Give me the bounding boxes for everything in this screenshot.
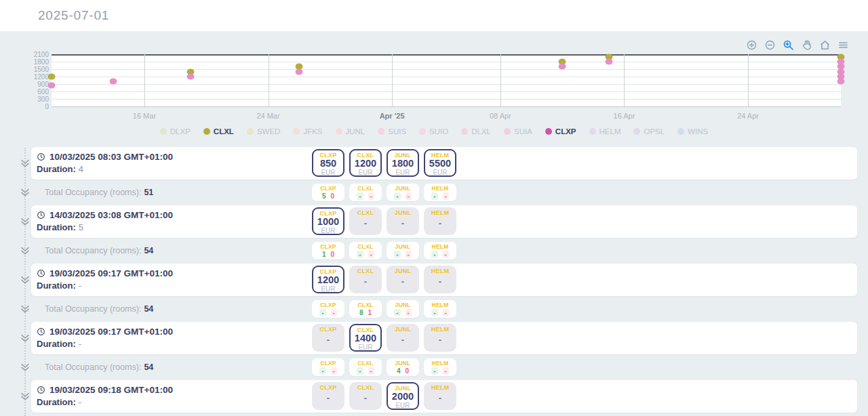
double-chevron-down-icon[interactable] <box>20 391 31 402</box>
occupancy-card-HELM: HELM-- <box>424 300 456 318</box>
occupancy-green-value: - <box>357 192 363 200</box>
clock-icon <box>37 152 45 161</box>
occupancy-row: Total Occupancy (rooms):54CLXP--CLXL--JU… <box>31 358 857 377</box>
legend-item-JFKS[interactable]: JFKS <box>293 127 322 136</box>
price-card-JUNL[interactable]: JUNL2000EUR <box>387 382 419 410</box>
legend-item-SUIS[interactable]: SUIS <box>378 127 406 136</box>
occupancy-green-value: 1 <box>322 251 326 258</box>
price-card-CLXL[interactable]: CLXL- <box>349 266 382 293</box>
room-code-label: CLXL <box>349 384 382 391</box>
legend-item-CLXP[interactable]: CLXP <box>545 127 576 136</box>
modebar-zoom-out-icon[interactable] <box>764 39 776 51</box>
gridline-vertical <box>500 54 501 106</box>
legend-label: SUIO <box>429 127 448 136</box>
occupancy-green-value: - <box>431 192 437 200</box>
room-code-label: CLXL <box>349 360 382 367</box>
price-card-CLXL[interactable]: CLXL1200EUR <box>349 149 382 177</box>
occupancy-card-JUNL: JUNL-- <box>387 242 419 259</box>
duration-label: Duration: <box>37 397 76 407</box>
legend-item-SUIA[interactable]: SUIA <box>504 127 532 136</box>
occupancy-red-value: - <box>406 251 412 258</box>
snapshot-row: 14/03/2025 03:08 GMT+01:00Duration:5CLXP… <box>31 205 857 238</box>
legend-label: DLXP <box>170 127 191 136</box>
price-card-CLXL[interactable]: CLXL1400EUR <box>349 324 382 352</box>
duration-label: Duration: <box>37 222 76 232</box>
room-code-label: JUNL <box>387 326 419 333</box>
price-card-CLXL[interactable]: CLXL- <box>349 207 382 235</box>
occupancy-red-value: - <box>443 309 449 316</box>
occupancy-card-CLXL: CLXL-- <box>349 358 382 376</box>
gridline-vertical <box>269 54 269 106</box>
price-card-HELM[interactable]: HELM5500EUR <box>424 149 456 177</box>
legend-item-CLXL[interactable]: CLXL <box>203 127 234 136</box>
double-chevron-down-icon[interactable] <box>20 216 31 227</box>
double-chevron-down-icon[interactable] <box>20 362 31 373</box>
price-card-JUNL[interactable]: JUNL- <box>387 207 419 235</box>
double-chevron-down-icon[interactable] <box>20 187 31 198</box>
occupancy-red-value: - <box>406 309 412 316</box>
legend-item-WINS[interactable]: WINS <box>677 127 708 136</box>
snapshot-info: 19/03/2025 09:17 GMT+01:00Duration:- <box>37 327 173 349</box>
occupancy-green-value: - <box>431 309 437 316</box>
legend-dot <box>247 128 254 135</box>
occupancy-green-value: - <box>357 367 363 375</box>
room-code-label: CLXP <box>312 360 344 367</box>
double-chevron-down-icon[interactable] <box>20 158 31 169</box>
occupancy-card-JUNL: JUNL40 <box>387 358 419 376</box>
occupancy-green-value: - <box>394 192 400 200</box>
y-axis-tick-label: 1800 <box>23 58 49 66</box>
price-card-JUNL[interactable]: JUNL1800EUR <box>387 149 419 177</box>
price-value: 1400 <box>351 333 380 344</box>
room-code-label: CLXP <box>312 384 344 391</box>
legend-item-DLXL[interactable]: DLXL <box>461 127 491 136</box>
legend-dot <box>677 128 684 135</box>
modebar-autoscale-icon[interactable] <box>783 39 794 51</box>
clock-icon <box>37 327 45 336</box>
timeline-rows: 10/03/2025 08:03 GMT+01:00Duration:4CLXP… <box>31 144 857 413</box>
legend-item-JUNL[interactable]: JUNL <box>336 127 366 136</box>
legend-item-HELM[interactable]: HELM <box>589 127 621 136</box>
legend-item-DLXP[interactable]: DLXP <box>160 127 191 136</box>
modebar-reset-axes-icon[interactable] <box>819 39 831 51</box>
occupancy-card-CLXP: CLXP-- <box>312 358 344 376</box>
price-card-CLXP[interactable]: CLXP850EUR <box>312 149 344 177</box>
price-card-JUNL[interactable]: JUNL- <box>387 324 419 352</box>
price-card-CLXP[interactable]: CLXP1200EUR <box>312 266 344 293</box>
price-value: 5500 <box>425 159 455 169</box>
modebar-pan-icon[interactable] <box>801 39 812 51</box>
double-chevron-down-icon[interactable] <box>20 245 31 256</box>
double-chevron-down-icon[interactable] <box>20 333 31 344</box>
duration-value: - <box>79 280 81 291</box>
occupancy-card-JUNL: JUNL-- <box>387 184 419 201</box>
price-card-CLXL[interactable]: CLXL- <box>349 382 382 410</box>
occupancy-label: Total Occupancy (rooms): <box>45 188 141 197</box>
price-card-CLXP[interactable]: CLXP- <box>312 324 344 352</box>
legend-dot <box>419 128 426 135</box>
room-code-label: CLXL <box>349 209 382 216</box>
room-code-label: HELM <box>424 209 456 216</box>
occupancy-green-value: 4 <box>397 367 401 375</box>
occupancy-card-CLXL: CLXL81 <box>349 300 382 318</box>
modebar-menu-icon[interactable] <box>837 39 849 51</box>
room-code-label: CLXL <box>349 243 382 250</box>
legend-item-SUIO[interactable]: SUIO <box>419 127 448 136</box>
legend-item-SWED[interactable]: SWED <box>247 127 281 136</box>
price-card-HELM[interactable]: HELM- <box>424 382 456 410</box>
double-chevron-down-icon[interactable] <box>20 274 31 285</box>
price-card-HELM[interactable]: HELM- <box>424 266 456 293</box>
legend-item-OPSL[interactable]: OPSL <box>633 127 665 136</box>
snapshot-row: 10/03/2025 08:03 GMT+01:00Duration:4CLXP… <box>31 147 857 180</box>
price-card-HELM[interactable]: HELM- <box>424 324 456 352</box>
gridline-horizontal <box>52 91 841 92</box>
occupancy-card-HELM: HELM-- <box>424 184 456 201</box>
room-code-label: HELM <box>424 268 456 274</box>
double-chevron-down-icon[interactable] <box>20 304 31 314</box>
price-card-HELM[interactable]: HELM- <box>424 207 456 235</box>
modebar-zoom-in-icon[interactable] <box>746 39 757 51</box>
price-card-CLXP[interactable]: CLXP- <box>312 382 344 410</box>
price-value: 850 <box>313 159 343 169</box>
chart-modebar <box>746 39 849 51</box>
price-card-CLXP[interactable]: CLXP1000EUR <box>312 207 344 235</box>
occupancy-green-value: - <box>431 251 437 258</box>
price-card-JUNL[interactable]: JUNL- <box>387 266 419 293</box>
